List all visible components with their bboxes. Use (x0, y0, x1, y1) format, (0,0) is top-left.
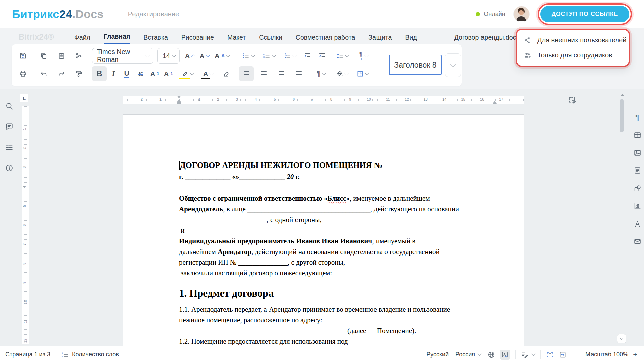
tab-stop-selector[interactable]: L (20, 94, 28, 102)
show-marks-button[interactable]: ¶ (311, 66, 331, 81)
tab-file[interactable]: Файл (74, 34, 90, 44)
menu-item-employees-only[interactable]: Только для сотрудников (517, 48, 629, 63)
increase-indent-button[interactable] (315, 48, 329, 63)
bullet-list-button[interactable] (238, 48, 258, 63)
right-sidebar: ¶ (633, 113, 642, 246)
spellcheck-toggle[interactable] (500, 350, 510, 360)
ruler-number: 5 (274, 97, 276, 101)
horizontal-ruler[interactable]: 21 1234567891011121314151617 (123, 96, 524, 104)
word-count-toggle[interactable]: Количество слов (62, 351, 119, 358)
ruler-number: 11 (23, 319, 27, 323)
headerfooter-settings-button[interactable] (633, 166, 642, 175)
tab-draw[interactable]: Рисование (181, 34, 214, 44)
paragraph-style-selector[interactable]: Заголовок 8 (389, 55, 442, 75)
shape-settings-button[interactable] (633, 184, 642, 193)
align-left-button[interactable] (239, 66, 254, 81)
avatar[interactable] (513, 6, 530, 22)
right-indent-marker[interactable] (493, 99, 497, 104)
doc-paragraph-lessee: Индивидуальный предприниматель Иванов Ив… (179, 236, 497, 268)
redo-button[interactable] (52, 66, 70, 81)
paragraph-settings-icon: ¶ (635, 114, 639, 121)
left-indent-marker[interactable] (177, 102, 181, 104)
chart-settings-button[interactable] (633, 202, 642, 210)
bold-button[interactable]: B (92, 66, 107, 81)
shading-button[interactable] (331, 66, 352, 81)
borders-button[interactable] (352, 66, 373, 81)
strikethrough-button[interactable]: S (133, 66, 148, 81)
tab-home[interactable]: Главная (104, 33, 130, 44)
align-center-button[interactable] (256, 66, 271, 81)
underline-button[interactable]: U (120, 66, 133, 81)
scroll-bottom-button[interactable] (617, 334, 626, 343)
tab-references[interactable]: Ссылки (259, 34, 282, 44)
comments-button[interactable] (4, 122, 14, 132)
highlight-color-button[interactable] (177, 66, 198, 81)
language-selector[interactable]: Русский – Россия (426, 351, 481, 358)
statusbar-divider (56, 350, 56, 359)
format-painter-button[interactable] (70, 66, 87, 81)
font-name-combo[interactable]: Times New Roman (92, 48, 153, 64)
justify-button[interactable] (291, 66, 306, 81)
doc-paragraph-1-2: 1.2. Помещение предоставляется для испол… (179, 336, 497, 346)
superscript-button[interactable]: A1 (148, 66, 162, 81)
tab-layout[interactable]: Макет (227, 34, 246, 44)
mailmerge-button[interactable] (633, 237, 642, 246)
menu-item-label: Для внешних пользователей (537, 36, 626, 44)
ruler-number: 8 (22, 262, 26, 264)
page-indicator[interactable]: Страница 1 из 3 (5, 351, 50, 358)
document-content[interactable]: ДОГОВОР АРЕНДЫ НЕЖИЛОГО ПОМЕЩЕНИЯ № ____… (179, 159, 497, 346)
cut-button[interactable] (70, 48, 87, 63)
italic-button[interactable]: I (107, 66, 120, 81)
shrink-font-button[interactable]: A (197, 48, 212, 63)
decrease-indent-button[interactable] (300, 48, 315, 63)
tab-insert[interactable]: Вставка (143, 34, 168, 44)
table-settings-button[interactable] (633, 131, 642, 139)
line-spacing-button[interactable] (332, 48, 353, 63)
menu-item-external-users[interactable]: Для внешних пользователей (517, 33, 629, 48)
copy-button[interactable] (35, 48, 52, 63)
ruler-number: 1 (22, 128, 26, 130)
select-objects-button[interactable] (568, 96, 578, 106)
change-case-button[interactable]: AA (212, 48, 232, 63)
paste-button[interactable] (52, 48, 70, 63)
style-gallery-expand-button[interactable] (445, 53, 461, 77)
document-page[interactable]: ДОГОВОР АРЕНДЫ НЕЖИЛОГО ПОМЕЩЕНИЯ № ____… (123, 114, 524, 346)
zoom-out-button[interactable]: — (572, 350, 582, 359)
navigation-button[interactable] (4, 142, 14, 152)
multilevel-list-button[interactable] (279, 48, 300, 63)
paragraph-direction-button[interactable]: ¶ (353, 48, 373, 63)
scroll-up-button[interactable] (620, 92, 624, 96)
share-access-button[interactable]: ДОСТУП ПО ССЫЛКЕ (540, 6, 629, 22)
review-mode-button[interactable] (521, 351, 535, 359)
scrollbar-thumb[interactable] (620, 99, 624, 132)
fit-page-button[interactable] (546, 351, 554, 359)
about-button[interactable] (4, 163, 14, 173)
ruler-number: 2 (217, 97, 219, 101)
save-button[interactable] (14, 48, 32, 63)
font-color-button[interactable]: A (198, 66, 218, 81)
print-button[interactable] (14, 66, 32, 81)
clear-formatting-button[interactable] (218, 66, 233, 81)
vertical-ruler[interactable]: 123456789101112 (22, 106, 29, 344)
search-button[interactable] (4, 101, 14, 111)
tab-collaboration[interactable]: Совместная работа (296, 34, 355, 44)
chevron-down-icon (364, 53, 369, 57)
subscript-button[interactable]: A1 (162, 66, 175, 81)
paragraph-settings-button[interactable]: ¶ (633, 113, 642, 122)
hanging-indent-marker[interactable] (177, 97, 181, 102)
undo-button[interactable] (35, 66, 52, 81)
zoom-in-button[interactable]: + (632, 350, 639, 359)
grow-font-button[interactable]: A (182, 48, 197, 63)
set-language-button[interactable] (487, 351, 495, 359)
fit-width-button[interactable] (559, 351, 567, 359)
user-add-icon (524, 51, 531, 59)
tab-protection[interactable]: Защита (368, 34, 392, 44)
tab-view[interactable]: Вид (405, 34, 417, 44)
textart-settings-button[interactable] (633, 219, 642, 228)
align-right-button[interactable] (274, 66, 289, 81)
chevron-down-icon (344, 71, 349, 75)
image-settings-button[interactable] (633, 148, 642, 157)
numbered-list-button[interactable] (258, 48, 279, 63)
tab-stop-glyph: L (23, 95, 26, 101)
font-size-combo[interactable]: 14 (157, 48, 180, 64)
